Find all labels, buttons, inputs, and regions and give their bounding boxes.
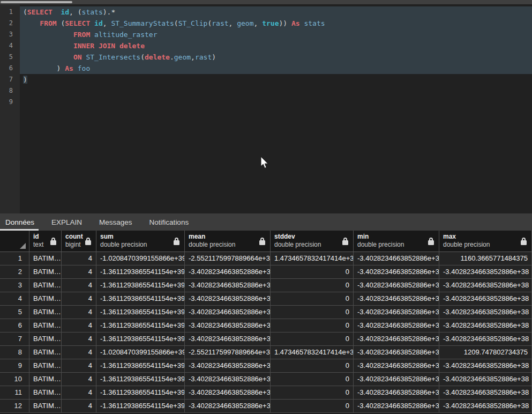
- cell-mean[interactable]: -3.4028234663852886e+38: [185, 386, 271, 399]
- cell-id[interactable]: BATIM…: [29, 359, 62, 372]
- cell-min[interactable]: -3.4028234663852886e+38: [354, 265, 439, 278]
- line-number[interactable]: 7: [0, 74, 20, 85]
- code-line[interactable]: FROM (SELECT id, ST_SummaryStats(ST_Clip…: [20, 18, 532, 29]
- cell-mean[interactable]: -3.4028234663852886e+38: [185, 332, 271, 345]
- cell-max[interactable]: -3.4028234663852886e+38: [439, 359, 532, 372]
- column-header-max[interactable]: maxdouble precision: [439, 231, 532, 252]
- tab-donnes[interactable]: Données: [5, 218, 34, 226]
- cell-sum[interactable]: -1.3611293865541154e+39: [96, 359, 185, 372]
- tab-messages[interactable]: Messages: [99, 218, 132, 226]
- cell-id[interactable]: BATIM…: [29, 279, 62, 292]
- cell-min[interactable]: -3.4028234663852886e+38: [354, 373, 439, 386]
- cell-mean[interactable]: -2.5521175997889664e+38: [185, 346, 271, 359]
- code-line[interactable]: ): [20, 74, 532, 85]
- cell-id[interactable]: BATIM…: [29, 386, 62, 399]
- cell-count[interactable]: 4: [62, 359, 96, 372]
- cell-min[interactable]: -3.4028234663852886e+38: [354, 279, 439, 292]
- cell-max[interactable]: 1160.3665771484375: [439, 252, 532, 265]
- line-number[interactable]: 5: [0, 51, 20, 63]
- row-number[interactable]: 11: [0, 386, 29, 399]
- cell-stddev[interactable]: 0: [271, 359, 354, 372]
- cell-sum[interactable]: -1.3611293865541154e+39: [96, 332, 185, 345]
- sql-editor[interactable]: 123456789 (SELECT id, (stats).* FROM (SE…: [0, 4, 532, 213]
- cell-mean[interactable]: -3.4028234663852886e+38: [185, 306, 271, 319]
- cell-stddev[interactable]: 1.4734657832417414e+38: [271, 346, 354, 359]
- code-line[interactable]: ) As foo: [20, 63, 532, 74]
- tab-notifications[interactable]: Notifications: [149, 218, 189, 226]
- cell-min[interactable]: -3.4028234663852886e+38: [354, 252, 439, 265]
- cell-id[interactable]: BATIM…: [29, 265, 62, 278]
- cell-stddev[interactable]: 0: [271, 279, 354, 292]
- row-number[interactable]: 4: [0, 292, 29, 305]
- cell-min[interactable]: -3.4028234663852886e+38: [354, 400, 439, 412]
- tab-explain[interactable]: EXPLAIN: [51, 218, 82, 226]
- cell-sum[interactable]: -1.3611293865541154e+39: [96, 319, 185, 332]
- cell-sum[interactable]: -1.3611293865541154e+39: [96, 279, 185, 292]
- cell-id[interactable]: BATIM…: [29, 332, 62, 345]
- cell-mean[interactable]: -3.4028234663852886e+38: [185, 292, 271, 305]
- line-number[interactable]: 9: [0, 97, 20, 108]
- cell-sum[interactable]: -1.3611293865541154e+39: [96, 386, 185, 399]
- cell-mean[interactable]: -3.4028234663852886e+38: [185, 319, 271, 332]
- cell-sum[interactable]: -1.3611293865541154e+39: [96, 265, 185, 278]
- select-all-corner[interactable]: [0, 231, 29, 252]
- column-header-id[interactable]: idtext: [29, 231, 62, 252]
- cell-stddev[interactable]: 0: [271, 306, 354, 319]
- cell-min[interactable]: -3.4028234663852886e+38: [354, 346, 439, 359]
- cell-id[interactable]: BATIM…: [29, 319, 62, 332]
- code-line[interactable]: [20, 97, 532, 108]
- cell-stddev[interactable]: 0: [271, 373, 354, 386]
- row-number[interactable]: 2: [0, 265, 29, 278]
- line-number[interactable]: 1: [0, 6, 20, 18]
- code-line[interactable]: ON ST_Intersects(delete.geom,rast): [20, 51, 532, 63]
- cell-count[interactable]: 4: [62, 292, 96, 305]
- cell-max[interactable]: -3.4028234663852886e+38: [439, 279, 532, 292]
- cell-max[interactable]: -3.4028234663852886e+38: [439, 400, 532, 412]
- row-number[interactable]: 7: [0, 332, 29, 345]
- cell-count[interactable]: 4: [62, 319, 96, 332]
- cell-min[interactable]: -3.4028234663852886e+38: [354, 332, 439, 345]
- cell-max[interactable]: -3.4028234663852886e+38: [439, 332, 532, 345]
- line-number[interactable]: 8: [0, 85, 20, 97]
- row-number[interactable]: 5: [0, 306, 29, 319]
- column-header-sum[interactable]: sumdouble precision: [96, 231, 185, 252]
- cell-id[interactable]: BATIM…: [29, 373, 62, 386]
- cell-max[interactable]: -3.4028234663852886e+38: [439, 319, 532, 332]
- row-number[interactable]: 9: [0, 359, 29, 372]
- cell-stddev[interactable]: 1.4734657832417414e+38: [271, 252, 354, 265]
- cell-sum[interactable]: -1.3611293865541154e+39: [96, 306, 185, 319]
- cell-stddev[interactable]: 0: [271, 292, 354, 305]
- row-number[interactable]: 3: [0, 279, 29, 292]
- cell-stddev[interactable]: 0: [271, 386, 354, 399]
- cell-count[interactable]: 4: [62, 400, 96, 412]
- cell-id[interactable]: BATIM…: [29, 292, 62, 305]
- cell-stddev[interactable]: 0: [271, 332, 354, 345]
- cell-mean[interactable]: -2.5521175997889664e+38: [185, 252, 271, 265]
- cell-count[interactable]: 4: [62, 279, 96, 292]
- row-number[interactable]: 1: [0, 252, 29, 265]
- editor-h-scrollbar-thumb[interactable]: [1, 1, 72, 3]
- cell-id[interactable]: BATIM…: [29, 252, 62, 265]
- cell-count[interactable]: 4: [62, 346, 96, 359]
- column-header-stddev[interactable]: stddevdouble precision: [271, 231, 354, 252]
- editor-code-area[interactable]: (SELECT id, (stats).* FROM (SELECT id, S…: [20, 4, 532, 108]
- line-number[interactable]: 6: [0, 63, 20, 74]
- cell-count[interactable]: 4: [62, 306, 96, 319]
- cell-mean[interactable]: -3.4028234663852886e+38: [185, 400, 271, 412]
- cell-stddev[interactable]: 0: [271, 265, 354, 278]
- cell-min[interactable]: -3.4028234663852886e+38: [354, 292, 439, 305]
- cell-count[interactable]: 4: [62, 252, 96, 265]
- column-header-count[interactable]: countbigint: [62, 231, 96, 252]
- row-number[interactable]: 6: [0, 319, 29, 332]
- cell-id[interactable]: BATIM…: [29, 400, 62, 412]
- cell-id[interactable]: BATIM…: [29, 306, 62, 319]
- line-number[interactable]: 3: [0, 29, 20, 40]
- cell-count[interactable]: 4: [62, 386, 96, 399]
- cell-min[interactable]: -3.4028234663852886e+38: [354, 359, 439, 372]
- cell-mean[interactable]: -3.4028234663852886e+38: [185, 279, 271, 292]
- cell-stddev[interactable]: 0: [271, 400, 354, 412]
- cell-stddev[interactable]: 0: [271, 319, 354, 332]
- cell-min[interactable]: -3.4028234663852886e+38: [354, 306, 439, 319]
- line-number[interactable]: 4: [0, 40, 20, 51]
- cell-mean[interactable]: -3.4028234663852886e+38: [185, 265, 271, 278]
